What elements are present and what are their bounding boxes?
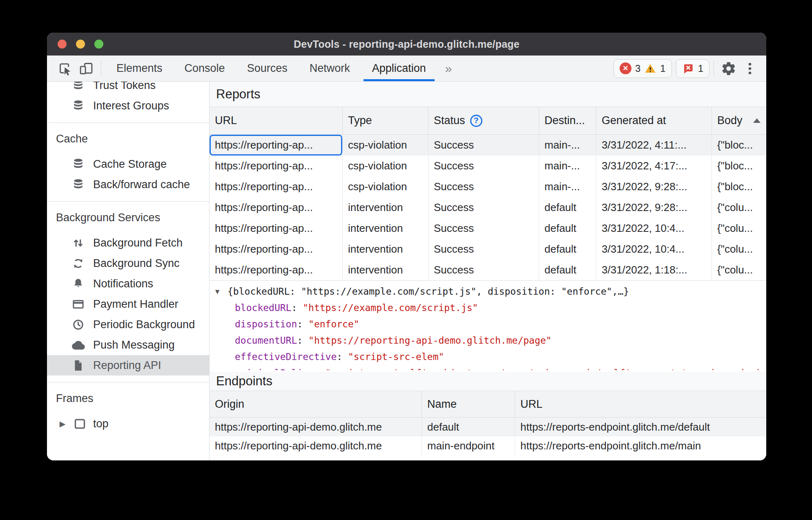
sidebar-item-push-messaging[interactable]: Push Messaging [47,335,209,355]
endpoint-origin-cell[interactable]: https://reporting-api-demo.glitch.me [210,436,422,455]
issues-badge[interactable]: 1 [676,59,709,78]
tab-application[interactable]: Application [361,56,437,81]
report-url-cell[interactable]: https://reporting-ap... [210,260,343,280]
report-destination-cell[interactable]: main-... [539,135,596,156]
report-body-cell[interactable]: {"colu... [712,260,766,280]
console-status-badge[interactable]: ✕ 3 1 [613,59,672,78]
settings-gear-icon[interactable] [718,56,739,81]
sidebar-item-periodic-background-sync[interactable]: Periodic Background [47,314,209,335]
sidebar-item-back-forward-cache[interactable]: Back/forward cache [47,174,209,195]
sidebar-item-payment-handler[interactable]: Payment Handler [47,294,209,314]
report-row[interactable]: https://reporting-ap... csp-violation Su… [210,176,766,197]
report-url-cell[interactable]: https://reporting-ap... [210,135,343,156]
report-status-cell[interactable]: Success [428,260,539,280]
disclosure-triangle-icon[interactable]: ▶ [58,419,67,429]
report-generated-cell[interactable]: 3/31/2022, 10:4... [596,218,712,239]
report-url-cell[interactable]: https://reporting-ap... [210,176,343,197]
tab-elements[interactable]: Elements [105,56,174,81]
report-body-cell[interactable]: {"bloc... [712,135,766,156]
sidebar-item-notifications[interactable]: Notifications [47,273,209,294]
report-type-cell[interactable]: intervention [343,260,428,280]
report-row[interactable]: https://reporting-ap... intervention Suc… [210,197,766,218]
tab-sources[interactable]: Sources [236,56,299,81]
disclosure-triangle-icon[interactable]: ▼ [215,283,219,300]
sidebar-item-background-sync[interactable]: Background Sync [47,253,209,273]
report-row[interactable]: https://reporting-ap... intervention Suc… [210,218,766,239]
report-row[interactable]: https://reporting-ap... csp-violation Su… [210,156,766,176]
column-header-body[interactable]: Body [712,107,766,134]
report-destination-cell[interactable]: default [539,218,596,239]
report-generated-cell[interactable]: 3/31/2022, 4:11:... [596,135,712,156]
column-header-type[interactable]: Type [343,107,428,134]
report-body-cell[interactable]: {"bloc... [712,176,766,197]
sidebar-item-background-fetch[interactable]: Background Fetch [47,233,209,253]
sidebar-item-reporting-api[interactable]: Reporting API [47,355,209,376]
sidebar-item-top-frame[interactable]: ▶ top [47,413,209,434]
report-destination-cell[interactable]: main-... [539,176,596,197]
report-type-cell[interactable]: intervention [343,197,428,218]
report-generated-cell[interactable]: 3/31/2022, 9:28:... [596,176,712,197]
report-row[interactable]: https://reporting-ap... intervention Suc… [210,239,766,260]
report-status-cell[interactable]: Success [428,239,539,260]
endpoint-origin-cell[interactable]: https://reporting-api-demo.glitch.me [210,418,422,436]
database-icon [71,99,85,113]
more-tabs-icon[interactable]: » [437,56,460,81]
report-status-cell[interactable]: Success [428,197,539,218]
report-generated-cell[interactable]: 3/31/2022, 4:17:... [596,156,712,176]
sidebar-item-trust-tokens[interactable]: Trust Tokens [47,82,209,96]
column-header-url[interactable]: URL [210,107,343,134]
report-status-cell[interactable]: Success [428,218,539,239]
report-destination-cell[interactable]: main-... [539,156,596,176]
kebab-menu-icon[interactable] [739,56,761,81]
report-type-cell[interactable]: intervention [343,239,428,260]
column-header-destination[interactable]: Destin... [539,107,596,134]
report-destination-cell[interactable]: default [539,197,596,218]
maximize-window-button[interactable] [94,40,103,49]
warning-count: 1 [660,63,665,74]
report-row[interactable]: https://reporting-ap... intervention Suc… [210,260,766,280]
endpoint-name-cell[interactable]: default [422,418,515,436]
report-status-cell[interactable]: Success [428,176,539,197]
tab-console[interactable]: Console [174,56,236,81]
tab-network[interactable]: Network [299,56,361,81]
endpoint-row[interactable]: https://reporting-api-demo.glitch.me def… [210,418,766,436]
report-body-cell[interactable]: {"colu... [712,239,766,260]
report-body-cell[interactable]: {"colu... [712,218,766,239]
column-header-endpoint-url[interactable]: URL [515,391,766,417]
report-destination-cell[interactable]: default [539,260,596,280]
report-generated-cell[interactable]: 3/31/2022, 1:18:... [596,260,712,280]
close-window-button[interactable] [58,40,67,49]
report-destination-cell[interactable]: default [539,239,596,260]
minimize-window-button[interactable] [76,40,85,49]
endpoint-url-cell[interactable]: https://reports-endpoint.glitch.me/main [515,436,766,455]
report-generated-cell[interactable]: 3/31/2022, 9:28:... [596,197,712,218]
column-header-name[interactable]: Name [422,391,515,417]
report-body-cell[interactable]: {"colu... [712,197,766,218]
status-help-icon[interactable]: ? [470,115,482,127]
report-url-cell[interactable]: https://reporting-ap... [210,239,343,260]
report-url-cell[interactable]: https://reporting-ap... [210,156,343,176]
report-generated-cell[interactable]: 3/31/2022, 10:4... [596,239,712,260]
report-url-cell[interactable]: https://reporting-ap... [210,218,343,239]
report-body-cell[interactable]: {"bloc... [712,156,766,176]
endpoint-url-cell[interactable]: https://reports-endpoint.glitch.me/defau… [515,418,766,436]
column-header-generated-at[interactable]: Generated at [596,107,712,134]
report-type-cell[interactable]: csp-violation [343,135,428,156]
report-type-cell[interactable]: csp-violation [343,156,428,176]
report-type-cell[interactable]: csp-violation [343,176,428,197]
column-header-status[interactable]: Status ? [428,107,539,134]
report-status-cell[interactable]: Success [428,135,539,156]
report-url-cell[interactable]: https://reporting-ap... [210,197,343,218]
json-property-clipped: originalPolicy: "script-src 'self'; obje… [210,365,766,370]
report-type-cell[interactable]: intervention [343,218,428,239]
report-row[interactable]: https://reporting-ap... csp-violation Su… [210,135,766,156]
report-status-cell[interactable]: Success [428,156,539,176]
endpoint-row[interactable]: https://reporting-api-demo.glitch.me mai… [210,436,766,455]
endpoint-name-cell[interactable]: main-endpoint [422,436,515,455]
sidebar-item-cache-storage[interactable]: Cache Storage [47,154,209,174]
device-toolbar-icon[interactable] [76,56,97,81]
column-header-origin[interactable]: Origin [210,391,422,417]
sidebar-item-interest-groups[interactable]: Interest Groups [47,96,209,116]
json-preview-summary[interactable]: ▼ {blockedURL: "https://example.com/scri… [210,283,766,300]
inspect-element-icon[interactable] [54,56,76,81]
